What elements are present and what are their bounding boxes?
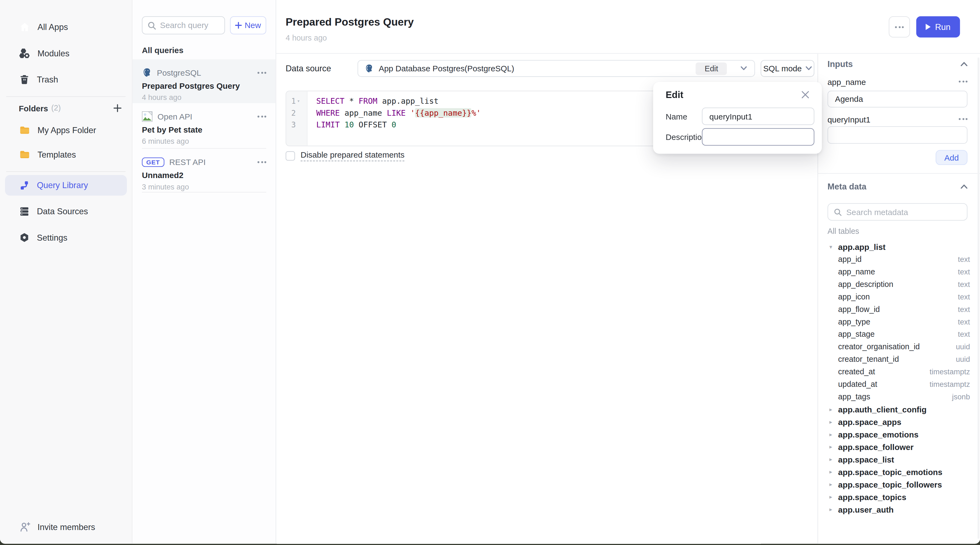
more-menu-icon[interactable] (959, 118, 967, 120)
play-icon (926, 24, 931, 30)
plus-icon (235, 22, 242, 29)
sidebar-item-trash[interactable]: Trash (19, 72, 132, 87)
name-input[interactable] (702, 108, 814, 125)
metadata-search-input[interactable] (846, 207, 961, 216)
query-name: Pet by Pet state (142, 125, 266, 134)
sidebar-folder-templates[interactable]: Templates (19, 146, 132, 162)
postgresql-icon (142, 68, 152, 78)
table-row[interactable]: ▸app.space_topic_followers (829, 478, 970, 491)
metadata-tree: ▾app.app_list app_idtext app_nametext ap… (829, 241, 970, 516)
sidebar-item-label: Data Sources (37, 207, 88, 216)
add-label: Add (944, 153, 959, 162)
datasource-value: App Database Postgres(PostgreSQL) (379, 64, 514, 73)
sidebar-item-modules[interactable]: Modules (19, 45, 132, 61)
column-row[interactable]: creator_tenant_iduuid (829, 353, 970, 365)
column-row[interactable]: app_descriptiontext (829, 278, 970, 291)
metadata-search-field[interactable] (827, 203, 967, 221)
caret-right-icon: ▸ (829, 444, 834, 450)
more-menu-icon (895, 26, 904, 28)
table-row[interactable]: ▸app.user_auth (829, 503, 970, 516)
broken-image-icon (142, 111, 153, 122)
query-library-icon (19, 180, 30, 191)
add-folder-button[interactable] (113, 104, 122, 113)
popup-title: Edit (666, 89, 683, 100)
sql-mode-select[interactable]: SQL mode (760, 60, 814, 77)
add-input-button[interactable]: Add (935, 150, 967, 165)
input-field-label: app_name (827, 78, 866, 87)
datasource-select[interactable]: App Database Postgres(PostgreSQL) Edit (358, 60, 755, 77)
table-row[interactable]: ▸app.space_apps (829, 416, 970, 428)
folders-header: Folders (2) (19, 103, 122, 113)
sidebar-item-settings[interactable]: Settings (19, 229, 132, 246)
disable-prepared-checkbox[interactable] (286, 151, 295, 160)
query-list-item[interactable]: PostgreSQL Prepared Postgres Query 4 hou… (132, 59, 276, 103)
column-row[interactable]: app_flow_idtext (829, 303, 970, 316)
folders-label: Folders (19, 103, 48, 113)
query-list-item[interactable]: Open API Pet by Pet state 6 minutes ago (132, 103, 276, 149)
more-menu-icon[interactable] (258, 115, 266, 118)
line-number: 1 (291, 97, 296, 105)
sidebar-item-data-sources[interactable]: Data Sources (19, 203, 132, 219)
query-options-button[interactable] (889, 16, 910, 38)
chevron-down-icon (741, 66, 747, 70)
right-panel: Inputs app_name queryInput1 Add Meta dat… (818, 54, 980, 543)
edit-popup: Edit Name Description (653, 82, 822, 154)
more-menu-icon[interactable] (258, 161, 266, 163)
column-row[interactable]: created_attimestamptz (829, 365, 970, 378)
sidebar-folder-my-apps[interactable]: My Apps Folder (19, 122, 132, 138)
column-row[interactable]: updated_attimestamptz (829, 378, 970, 391)
column-row[interactable]: app_nametext (829, 266, 970, 278)
query-time: 6 minutes ago (142, 137, 266, 146)
sidebar-item-label: Trash (37, 75, 58, 84)
datasource-edit-button[interactable]: Edit (696, 62, 727, 75)
close-icon[interactable] (801, 91, 809, 99)
input-field-queryinput1[interactable] (827, 126, 967, 144)
sql-mode-label: SQL mode (763, 64, 802, 73)
name-label: Name (666, 112, 687, 121)
table-row[interactable]: ▾app.app_list (829, 241, 970, 253)
more-menu-icon[interactable] (258, 72, 266, 73)
query-name: Unnamed2 (142, 171, 266, 180)
query-list-item[interactable]: GET REST API Unnamed2 3 minutes ago (132, 149, 276, 192)
sidebar-item-all-apps[interactable]: All Apps (19, 19, 132, 35)
table-row[interactable]: ▸app.space_follower (829, 441, 970, 453)
chevron-up-icon[interactable] (961, 184, 967, 189)
run-label: Run (935, 22, 951, 32)
more-menu-icon[interactable] (959, 81, 967, 83)
run-button[interactable]: Run (916, 16, 960, 38)
new-query-label: New (245, 21, 261, 30)
query-search-input[interactable] (160, 21, 220, 30)
input-field-app-name[interactable] (827, 91, 967, 108)
invite-members-button[interactable]: Invite members (19, 521, 95, 533)
query-type-label: PostgreSQL (157, 68, 201, 77)
sidebar-item-label: Query Library (37, 181, 88, 190)
query-search-field[interactable] (142, 16, 225, 35)
column-row[interactable]: app_tagsjsonb (829, 391, 970, 403)
chevron-up-icon[interactable] (961, 62, 967, 66)
gear-icon (19, 232, 30, 243)
folder-icon (19, 148, 31, 160)
column-row[interactable]: app_icontext (829, 291, 970, 303)
home-icon (19, 21, 31, 33)
fold-caret-icon[interactable]: ▾ (297, 98, 300, 104)
new-query-button[interactable]: New (230, 16, 266, 35)
folder-icon (19, 124, 31, 136)
table-row[interactable]: ▸app.space_list (829, 453, 970, 466)
sidebar-item-query-library[interactable]: Query Library (5, 175, 127, 196)
data-sources-icon (19, 205, 30, 217)
column-row[interactable]: app_stagetext (829, 328, 970, 340)
column-row[interactable]: app_typetext (829, 316, 970, 328)
column-row[interactable]: app_idtext (829, 253, 970, 266)
modules-icon (19, 47, 31, 59)
column-row[interactable]: creator_organisation_iduuid (829, 340, 970, 353)
chevron-down-icon (805, 66, 812, 70)
description-input[interactable] (702, 128, 814, 146)
table-row[interactable]: ▸app.space_emotions (829, 428, 970, 441)
scrollbar[interactable] (978, 57, 980, 539)
app-window: All Apps Modules Trash Folders (2) My Ap… (0, 0, 980, 543)
table-row[interactable]: ▸app.space_topics (829, 491, 970, 503)
caret-right-icon: ▸ (829, 456, 834, 462)
query-name: Prepared Postgres Query (142, 81, 266, 91)
table-row[interactable]: ▸app.auth_client_config (829, 403, 970, 416)
table-row[interactable]: ▸app.space_topic_emotions (829, 466, 970, 478)
